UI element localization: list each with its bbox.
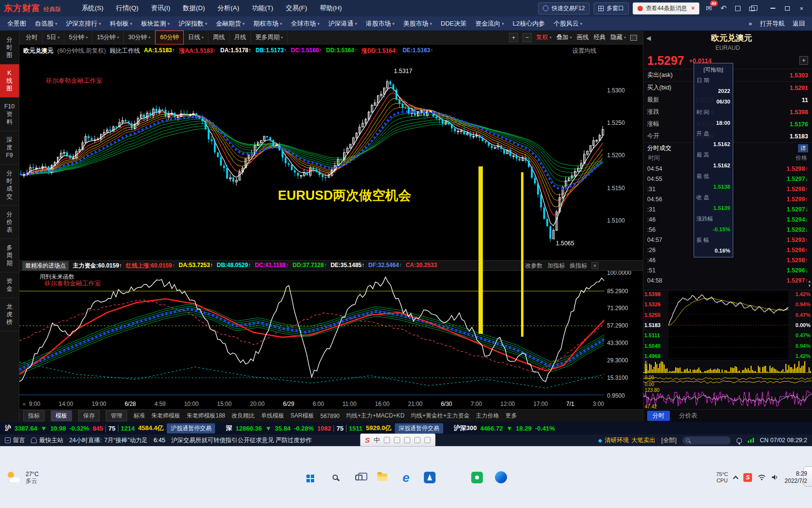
detail-button[interactable]: 详 xyxy=(798,144,808,152)
nav-item[interactable]: 全球市场 ▾ xyxy=(287,17,324,30)
input-method-toolbar[interactable]: S 中 xyxy=(360,433,435,447)
band-canvas[interactable] xyxy=(643,375,812,386)
sogou-logo-icon[interactable]: S xyxy=(365,436,370,444)
index-summary[interactable]: 深 12860.36 ▼ 35.84 -0.28% 1082 75 1511 5… xyxy=(226,423,443,433)
period-button[interactable]: 分时 ▾ xyxy=(21,31,43,44)
taskbar-app-icon[interactable] xyxy=(348,467,369,488)
kline-chart[interactable] xyxy=(19,57,604,260)
taskbar-app-icon[interactable] xyxy=(325,467,345,488)
close-button[interactable]: × xyxy=(795,3,808,14)
ma-settings-button[interactable]: 设置均线 xyxy=(572,47,596,55)
search-input[interactable] xyxy=(682,436,731,445)
taskbar-app-icon[interactable] xyxy=(372,467,392,488)
trade-row[interactable]: :51 1.5296↓ xyxy=(647,265,808,275)
menu-item[interactable]: 行情(Q) xyxy=(110,1,145,15)
stock-alert[interactable]: ◆ 清研环境 大笔卖出 xyxy=(598,436,655,445)
menu-item[interactable]: 功能(T) xyxy=(246,1,279,15)
scroll-down-icon[interactable]: ▼ xyxy=(808,284,812,288)
sidebar-item[interactable]: K 线 图 xyxy=(0,64,19,98)
scroll-left-button[interactable]: « xyxy=(19,401,29,407)
weather-widget[interactable]: 27°C 多云 xyxy=(7,471,39,484)
workspace-icon[interactable] xyxy=(733,3,743,14)
nav-item[interactable]: 沪深港通 ▾ xyxy=(324,17,362,30)
template-item[interactable]: 管理 xyxy=(106,410,127,421)
open-navigation-button[interactable]: 打开导航 xyxy=(760,19,785,28)
period-button[interactable]: 60分钟 ▾ xyxy=(155,30,184,45)
nav-item[interactable]: 金融期货 ▾ xyxy=(212,17,249,30)
collapse-panel-icon[interactable]: ◀ xyxy=(646,34,654,42)
keyboard-icon[interactable] xyxy=(414,437,420,443)
taskbar-app-icon[interactable] xyxy=(420,467,440,488)
trade-row[interactable]: 04:58 1.5297↑ xyxy=(647,275,808,285)
period-button[interactable]: 30分钟 ▾ xyxy=(124,31,155,44)
template-item[interactable]: 改良顾比 xyxy=(232,412,255,420)
fastest-site-button[interactable]: 最快主站 xyxy=(31,436,63,445)
taskbar-clock[interactable]: 8:29 2022/7/2 xyxy=(784,470,807,485)
menu-item[interactable]: 资讯(I) xyxy=(145,1,177,15)
period-button[interactable]: 日线 ▾ xyxy=(184,31,208,44)
chart-action-button[interactable]: 复权 ▾ xyxy=(536,33,551,42)
indicator-action-button[interactable]: 改参数 xyxy=(525,262,543,270)
oscillator-canvas[interactable] xyxy=(643,388,812,408)
message-button[interactable]: 留言 xyxy=(5,436,25,445)
template-item[interactable]: 均线+主力+MACD+KD xyxy=(346,412,405,420)
template-item[interactable]: SAR模板 xyxy=(290,412,314,420)
nav-item[interactable]: 个股风云 ▾ xyxy=(549,17,587,30)
template-item[interactable]: 保存 xyxy=(78,410,100,421)
nav-item[interactable]: 科创板 ▾ xyxy=(105,17,137,30)
nav-item[interactable]: 资金流向 ▾ xyxy=(471,17,508,30)
chart-action-button[interactable]: 画线 ▾ xyxy=(577,33,589,42)
close-notification-icon[interactable]: × xyxy=(691,5,695,12)
maximize-button[interactable] xyxy=(780,5,795,12)
index-summary[interactable]: 沪 3387.64 ▼ 10.98 -0.32% 845 75 1214 458… xyxy=(5,423,215,433)
zoom-in-button[interactable]: + xyxy=(509,33,518,42)
sidebar-item[interactable]: 分 价 表 xyxy=(0,206,19,239)
undo-icon[interactable]: ↶ xyxy=(718,3,729,14)
live-broadcast-link[interactable]: 24小时直播: 7月“接棒”动力足 xyxy=(69,436,148,445)
kline-info-tooltip[interactable]: [可拖动]日 期202206/30时 间18:00开 盘1.5162最 高1.5… xyxy=(694,63,733,257)
period-button[interactable]: 5分钟 ▾ xyxy=(64,31,92,44)
view-all-link[interactable]: [全部] xyxy=(661,436,677,445)
nav-item[interactable]: 全景图 ▾ xyxy=(3,17,30,30)
index-summary[interactable]: 沪深300 4466.72 ▼ 18.29 -0.41% xyxy=(454,424,555,433)
back-button[interactable]: 返回 xyxy=(793,19,805,28)
sidebar-item[interactable]: 多 周 期 xyxy=(0,239,19,272)
network-icon[interactable] xyxy=(758,474,766,480)
scroll-up-icon[interactable]: ▲ xyxy=(808,279,812,284)
nav-item[interactable]: 沪深指数 ▾ xyxy=(174,17,212,30)
ime-tray-icon[interactable]: S xyxy=(743,473,752,482)
nav-item[interactable]: 期权市场 ▾ xyxy=(249,17,287,30)
punctuation-icon[interactable] xyxy=(384,437,390,443)
taskbar-app-icon[interactable] xyxy=(491,467,511,488)
mail-icon[interactable]: ✉ 44 xyxy=(703,3,714,14)
tray-expand-icon[interactable] xyxy=(733,476,739,481)
template-item[interactable]: 单线模板 xyxy=(261,412,284,420)
menu-item[interactable]: 帮助(H) xyxy=(314,1,348,15)
sidebar-item[interactable]: 龙 虎 榜 xyxy=(0,298,19,331)
minimize-button[interactable] xyxy=(766,6,780,10)
period-button[interactable]: 更多周期 ▾ xyxy=(251,31,288,44)
nav-more-button[interactable]: » xyxy=(749,20,752,27)
template-item[interactable]: 更多 xyxy=(506,412,517,420)
indicator-action-button[interactable]: 加指标 xyxy=(548,262,565,270)
template-item[interactable]: 均线+黄金柱+主力资金 xyxy=(411,412,470,420)
taskbar-app-icon[interactable] xyxy=(301,467,321,488)
notification-chip[interactable]: 查看44条新消息 × xyxy=(633,2,699,15)
input-mode-toggle[interactable]: 中 xyxy=(374,436,380,445)
nav-item[interactable]: DDE决策 ▾ xyxy=(436,17,471,30)
fullscreen-icon[interactable] xyxy=(630,35,637,41)
nav-item[interactable]: L2核心内参 ▾ xyxy=(508,17,549,30)
quick-trade-button[interactable]: 快速交易F12 xyxy=(538,2,590,15)
template-item[interactable]: 朱老师模板188 xyxy=(187,412,225,420)
sidebar-item[interactable]: 分 时 图 xyxy=(0,31,19,64)
template-item[interactable]: 指标 xyxy=(23,410,44,421)
multi-window-button[interactable]: 多窗口 xyxy=(594,2,629,15)
drawn-vertical-line[interactable] xyxy=(478,166,483,334)
nav-item[interactable]: 港股市场 ▾ xyxy=(362,17,399,30)
period-button[interactable]: 5日 ▾ xyxy=(43,31,64,44)
template-item[interactable]: 567890 xyxy=(320,413,340,419)
nav-item[interactable]: 美股市场 ▾ xyxy=(399,17,436,30)
chart-action-button[interactable]: 叠加 ▾ xyxy=(556,33,572,42)
zoom-out-button[interactable]: − xyxy=(522,33,532,42)
add-to-watchlist-button[interactable]: + xyxy=(799,56,808,65)
